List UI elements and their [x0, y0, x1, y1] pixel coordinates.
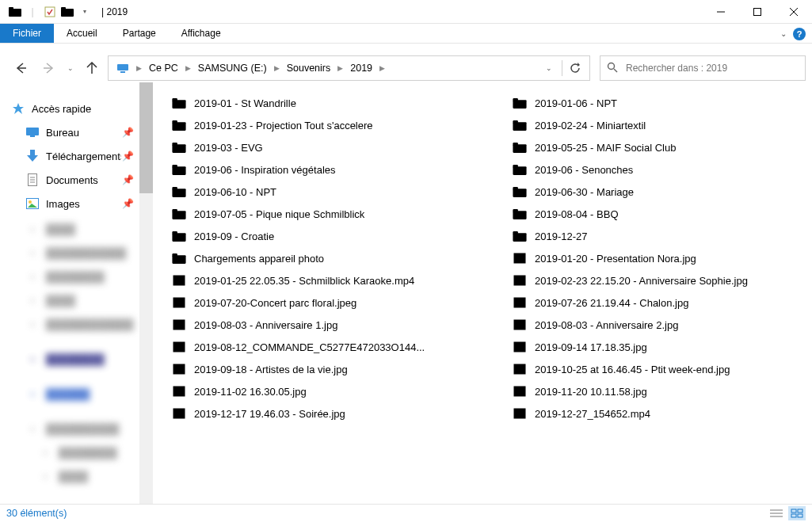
breadcrumb-root-icon[interactable] — [112, 56, 134, 80]
chevron-right-icon[interactable]: ▶ — [335, 64, 345, 72]
sidebar-item-hidden[interactable]: ▪████ — [25, 217, 153, 241]
ribbon-tab-file[interactable]: Fichier — [0, 24, 54, 43]
file-item[interactable]: 2019-08-03 - Anniversaire 1.jpg — [172, 314, 465, 336]
folder-item[interactable]: 2019-07-05 - Pique nique Schmilblick — [172, 203, 465, 225]
chevron-right-icon[interactable]: ▶ — [134, 64, 144, 72]
folder-item[interactable]: 2019-06-10 - NPT — [172, 181, 465, 203]
ribbon-tab-share[interactable]: Partage — [110, 24, 169, 43]
file-item[interactable]: 2019-08-03 - Anniversaire 2.jpg — [513, 314, 806, 336]
gif-icon — [172, 340, 186, 354]
ribbon-collapse-icon[interactable]: ⌄ — [780, 29, 787, 38]
sidebar-item-hidden[interactable]: ▪██████████ — [25, 417, 153, 440]
nav-back-button[interactable] — [8, 57, 33, 79]
sidebar-item-hidden[interactable]: ▪████████ — [25, 440, 153, 464]
breadcrumb-item[interactable]: 2019 — [345, 56, 377, 80]
sidebar-item-hidden[interactable]: ▪████████████ — [25, 312, 153, 336]
breadcrumb-item[interactable]: Souvenirs — [282, 56, 336, 80]
file-item[interactable]: 2019-10-25 at 16.46.45 - Ptit week-end.j… — [513, 358, 806, 380]
close-button[interactable] — [776, 0, 812, 24]
ribbon-tab-home[interactable]: Accueil — [54, 24, 110, 43]
folder-item[interactable]: 2019-08-04 - BBQ — [513, 203, 806, 225]
title-bar: | ▾ | 2019 — [0, 0, 812, 24]
file-name-label: 2019-03 - EVG — [194, 142, 263, 154]
pin-icon: 📌 — [122, 151, 134, 162]
file-item[interactable]: 2019-01-25 22.05.35 - Schmilblick Karaok… — [172, 269, 465, 291]
breadcrumb-item[interactable]: SAMSUNG (E:) — [193, 56, 272, 80]
file-item[interactable]: 2019-09-18 - Artistes de la vie.jpg — [172, 358, 465, 380]
sidebar-item-downloads[interactable]: Téléchargements 📌 — [25, 144, 153, 168]
nav-recent-dropdown[interactable]: ⌄ — [65, 57, 76, 79]
folder-item[interactable]: 2019-02-24 - Miniartextil — [513, 114, 806, 136]
search-input[interactable]: Rechercher dans : 2019 — [600, 55, 806, 81]
breadcrumb-item[interactable]: Ce PC — [144, 56, 183, 80]
sidebar-item-hidden[interactable]: ▪████ — [25, 288, 153, 312]
file-item[interactable]: 2019-12-17 19.46.03 - Soirée.jpg — [172, 402, 465, 425]
view-large-icons-button[interactable] — [788, 506, 806, 520]
file-item[interactable]: 2019-12-27_154652.mp4 — [513, 402, 806, 425]
folder-item[interactable]: 2019-03 - EVG — [172, 136, 465, 158]
sidebar-item-label: Images — [46, 198, 80, 210]
nav-up-button[interactable] — [79, 57, 105, 79]
folder-icon — [513, 207, 527, 221]
address-dropdown-button[interactable]: ⌄ — [538, 56, 560, 80]
maximize-button[interactable] — [739, 0, 776, 24]
file-item[interactable]: 2019-01-20 - Presentation Nora.jpg — [513, 247, 806, 269]
folder-item[interactable]: 2019-06 - Senonches — [513, 158, 806, 181]
folder-icon — [172, 207, 186, 221]
sidebar-item-label: Téléchargements — [46, 151, 121, 162]
file-name-label: 2019-02-24 - Miniartextil — [535, 120, 646, 131]
folder-item[interactable]: 2019-01 - St Wandrille — [172, 92, 465, 114]
address-bar[interactable]: ▶ Ce PC ▶ SAMSUNG (E:) ▶ Souvenirs ▶ 201… — [108, 55, 590, 81]
sidebar-item-documents[interactable]: Documents 📌 — [25, 168, 153, 192]
sidebar-scrollbar[interactable] — [139, 82, 153, 504]
folder-icon — [172, 185, 186, 199]
refresh-button[interactable] — [564, 56, 586, 80]
folder-item[interactable]: 2019-01-06 - NPT — [513, 92, 806, 114]
sidebar-item-hidden[interactable]: ▪████████ — [25, 347, 153, 371]
file-item[interactable]: 2019-09-14 17.18.35.jpg — [513, 336, 806, 358]
svg-rect-16 — [117, 64, 128, 70]
sidebar-item-images[interactable]: Images 📌 — [25, 192, 153, 215]
qat-dropdown[interactable]: ▾ — [76, 3, 93, 21]
file-name-label: 2019-08-03 - Anniversaire 1.jpg — [194, 319, 337, 331]
minimize-button[interactable] — [703, 0, 739, 24]
file-item[interactable]: 2019-07-20-Concert parc floral.jpeg — [172, 291, 465, 314]
file-list-pane: 2019-01 - St Wandrille2019-01-23 - Proje… — [153, 82, 812, 504]
folder-item[interactable]: 2019-06 - Inspiration végétales — [172, 158, 465, 181]
file-item[interactable]: 2019-08-12_COMMANDE_C5277E472033O144... — [172, 336, 465, 358]
sidebar-item-hidden[interactable]: ▪████ — [25, 464, 153, 488]
sidebar-item-hidden[interactable]: ▪███████████ — [25, 241, 153, 265]
pictures-icon — [25, 196, 40, 211]
file-item[interactable]: 2019-11-20 10.11.58.jpg — [513, 380, 806, 402]
help-button[interactable]: ? — [793, 28, 806, 40]
folder-item[interactable]: 2019-01-23 - Projection Tout s'accelere — [172, 114, 465, 136]
folder-item[interactable]: 2019-09 - Croatie — [172, 225, 465, 247]
sidebar-quick-access[interactable]: Accès rapide — [11, 97, 153, 120]
file-name-label: 2019-01 - St Wandrille — [194, 97, 296, 109]
chevron-right-icon[interactable]: ▶ — [272, 64, 282, 72]
folder-item[interactable]: Chargements appareil photo — [172, 247, 465, 269]
nav-forward-button[interactable] — [36, 57, 62, 79]
view-details-button[interactable] — [768, 506, 785, 520]
folder-item[interactable]: 2019-06-30 - Mariage — [513, 181, 806, 203]
chevron-right-icon[interactable]: ▶ — [377, 64, 387, 72]
video-icon — [513, 406, 527, 421]
folder-item[interactable]: 2019-05-25 - MAIF Social Club — [513, 136, 806, 158]
file-item[interactable]: 2019-07-26 21.19.44 - Chalon.jpg — [513, 291, 806, 314]
file-name-label: 2019-01-25 22.05.35 - Schmilblick Karaok… — [194, 275, 414, 287]
folder-icon — [172, 140, 186, 154]
ribbon-tab-view[interactable]: Affichage — [169, 24, 234, 43]
sidebar-item-hidden[interactable]: ▪████████ — [25, 265, 153, 288]
svg-rect-38 — [798, 514, 802, 517]
sidebar-item-hidden[interactable]: ▪██████ — [25, 382, 153, 406]
status-bar: 30 élément(s) — [0, 504, 812, 522]
image-icon — [172, 295, 186, 310]
folder-icon — [513, 229, 527, 243]
folder-item[interactable]: 2019-12-27 — [513, 225, 806, 247]
file-item[interactable]: 2019-11-02 16.30.05.jpg — [172, 380, 465, 402]
file-item[interactable]: 2019-02-23 22.15.20 - Anniversaire Sophi… — [513, 269, 806, 291]
chevron-right-icon[interactable]: ▶ — [183, 64, 193, 72]
image-icon — [513, 340, 527, 354]
qat-properties-button[interactable] — [41, 3, 59, 21]
sidebar-item-desktop[interactable]: Bureau 📌 — [25, 120, 153, 144]
